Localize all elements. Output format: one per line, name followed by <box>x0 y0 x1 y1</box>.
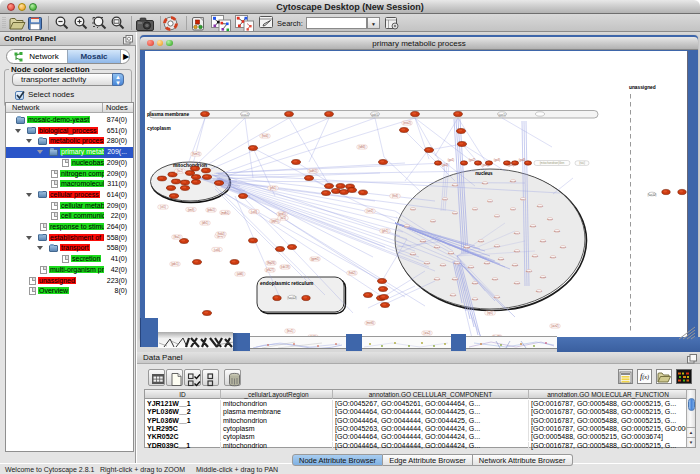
svg-text:(go3): (go3) <box>494 158 501 162</box>
svg-text:(gn31): (gn31) <box>484 262 491 264</box>
svg-text:(gn45): (gn45) <box>510 180 517 182</box>
svg-text:(fun34): (fun34) <box>648 193 657 197</box>
svg-text:(gn9): (gn9) <box>520 198 525 200</box>
svg-text:(gn35): (gn35) <box>540 276 547 278</box>
svg-text:(cit1): (cit1) <box>160 205 166 209</box>
svg-text:(yor1): (yor1) <box>498 113 505 117</box>
svg-text:(leu1): (leu1) <box>287 329 294 333</box>
svg-text:(mdh1): (mdh1) <box>221 211 229 215</box>
svg-text:(gn40): (gn40) <box>434 278 441 280</box>
svg-text:endoplasmic reticulum: endoplasmic reticulum <box>260 281 314 286</box>
svg-text:(gn16): (gn16) <box>560 246 567 248</box>
svg-text:(gn18): (gn18) <box>532 255 539 257</box>
svg-text:(gn44): (gn44) <box>536 290 543 292</box>
svg-text:(gn5): (gn5) <box>472 208 477 210</box>
svg-text:(pfk1): (pfk1) <box>270 186 277 190</box>
svg-text:(trp5): (trp5) <box>487 311 493 315</box>
svg-text:(adh1): (adh1) <box>309 169 317 173</box>
svg-text:(gn47): (gn47) <box>452 184 459 186</box>
svg-text:(ras): (ras) <box>579 161 585 165</box>
svg-text:(gln1): (gln1) <box>382 229 389 233</box>
svg-text:(fbp26): (fbp26) <box>267 261 275 265</box>
svg-text:(cdc19): (cdc19) <box>281 265 290 269</box>
svg-text:(tal1): (tal1) <box>280 216 286 220</box>
svg-text:(gn34): (gn34) <box>526 270 533 272</box>
svg-text:(gn13): (gn13) <box>530 225 537 227</box>
svg-text:(fba1): (fba1) <box>174 235 181 239</box>
svg-text:(ura2): (ura2) <box>424 331 431 335</box>
svg-text:(hxk2): (hxk2) <box>348 271 355 275</box>
svg-text:(gn42): (gn42) <box>472 298 479 300</box>
svg-text:(gn26): (gn26) <box>410 253 417 255</box>
svg-text:(gn6): (gn6) <box>487 200 492 202</box>
svg-text:(gn41): (gn41) <box>450 294 457 296</box>
svg-text:(pfk27): (pfk27) <box>266 268 274 272</box>
svg-text:(hxk4): (hxk4) <box>217 232 224 236</box>
svg-text:(met6): (met6) <box>366 321 374 325</box>
svg-text:(gn12): (gn12) <box>554 230 561 232</box>
svg-text:(gn14): (gn14) <box>514 232 521 234</box>
svg-text:(lsc2): (lsc2) <box>177 169 183 173</box>
svg-text:(gn19): (gn19) <box>514 250 521 252</box>
svg-text:(pgk1): (pgk1) <box>271 219 278 223</box>
svg-text:(gn4): (gn4) <box>404 225 409 227</box>
svg-text:mitochondrion: mitochondrion <box>173 163 207 168</box>
svg-text:plasma membrane: plasma membrane <box>147 112 189 117</box>
svg-text:(gn0): (gn0) <box>442 198 447 200</box>
svg-text:unassigned: unassigned <box>629 85 656 90</box>
svg-text:(gn23): (gn23) <box>448 252 455 254</box>
svg-text:(pdc1): (pdc1) <box>171 262 178 266</box>
svg-text:(gn11): (gn11) <box>547 218 553 220</box>
svg-text:(tim9): (tim9) <box>188 208 195 212</box>
svg-text:(sol4): (sol4) <box>214 248 221 252</box>
svg-text:(gn10): (gn10) <box>537 205 544 207</box>
svg-text:(go2): (go2) <box>469 158 476 162</box>
svg-text:(gn7): (gn7) <box>494 215 499 217</box>
svg-text:(gn21): (gn21) <box>478 240 485 242</box>
svg-text:(gn1): (gn1) <box>410 208 415 210</box>
svg-text:(ser2): (ser2) <box>367 209 374 213</box>
svg-text:(idh1): (idh1) <box>202 221 209 225</box>
svg-text:(asn2): (asn2) <box>551 324 558 328</box>
svg-text:(thr4): (thr4) <box>392 194 398 198</box>
svg-text:(eno2): (eno2) <box>403 121 411 125</box>
svg-text:(gnd1): (gnd1) <box>278 212 286 216</box>
svg-text:(gn2): (gn2) <box>452 212 457 214</box>
svg-text:(gn20): (gn20) <box>494 245 501 247</box>
svg-text:(tdh3): (tdh3) <box>359 145 366 149</box>
svg-text:(mitochondrion)Gen: (mitochondrion)Gen <box>540 161 565 165</box>
svg-text:(gn30): (gn30) <box>468 266 475 268</box>
svg-text:(ga1): (ga1) <box>442 163 449 167</box>
svg-text:(gn33): (gn33) <box>512 264 519 266</box>
svg-text:(gn37): (gn37) <box>492 278 499 280</box>
svg-text:(sol3): (sol3) <box>251 210 258 214</box>
svg-text:(gn27): (gn27) <box>424 262 431 264</box>
svg-text:(sso2): (sso2) <box>241 113 249 117</box>
svg-text:(gn25): (gn25) <box>420 240 427 242</box>
svg-text:(sec61): (sec61) <box>287 296 296 300</box>
svg-text:cytoplasm: cytoplasm <box>147 126 171 131</box>
svg-text:(pda1): (pda1) <box>207 208 215 212</box>
svg-text:(gn29): (gn29) <box>454 262 461 264</box>
svg-text:(ga3): (ga3) <box>508 163 515 167</box>
svg-text:(gn22): (gn22) <box>464 246 471 248</box>
svg-text:(go4): (go4) <box>519 158 526 162</box>
svg-text:(gn36): (gn36) <box>514 282 521 284</box>
svg-text:(gn15): (gn15) <box>540 240 547 242</box>
svg-text:(gpm1): (gpm1) <box>311 257 319 261</box>
svg-text:(fum1): (fum1) <box>192 152 200 156</box>
svg-text:(hxt4): (hxt4) <box>262 134 269 138</box>
svg-text:(gn32): (gn32) <box>498 258 505 260</box>
svg-text:(ga2): (ga2) <box>482 163 489 167</box>
svg-text:(gn24): (gn24) <box>434 246 441 248</box>
svg-text:(gn28): (gn28) <box>440 264 447 266</box>
svg-text:(go1): (go1) <box>448 158 455 162</box>
svg-text:(gn8): (gn8) <box>510 208 515 210</box>
svg-text:(gn3): (gn3) <box>430 220 435 222</box>
svg-text:(gn39): (gn39) <box>452 278 459 280</box>
svg-text:(gn43): (gn43) <box>494 296 501 298</box>
svg-text:(gn38): (gn38) <box>472 282 479 284</box>
svg-text:nucleus: nucleus <box>475 171 493 176</box>
svg-text:(gn17): (gn17) <box>550 256 557 258</box>
svg-text:(pdr5): (pdr5) <box>371 113 379 117</box>
